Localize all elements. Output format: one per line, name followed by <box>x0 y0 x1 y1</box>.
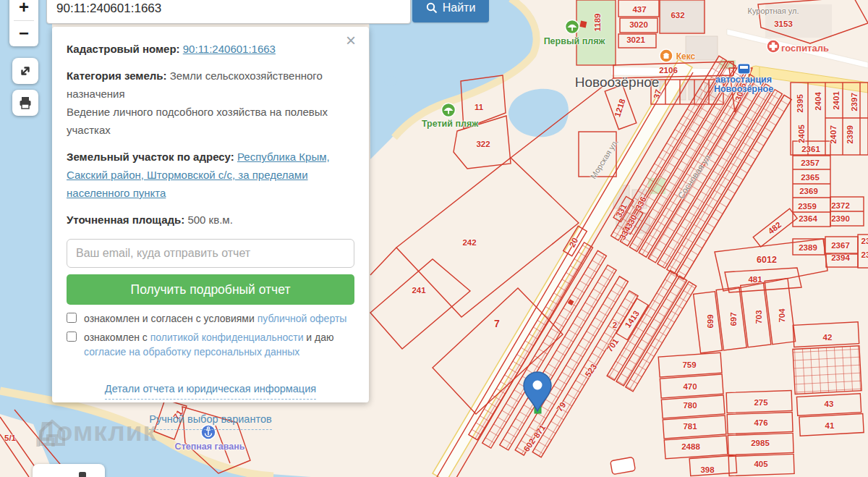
email-input[interactable] <box>67 239 354 268</box>
bus-station-icon <box>738 64 750 74</box>
offer-checkbox-row: ознакомлен и согласен с условиями публич… <box>67 311 354 326</box>
privacy-policy-link[interactable]: политикой конфиденциальности <box>150 332 304 343</box>
search-icon <box>426 2 438 14</box>
control-glyph <box>79 472 86 477</box>
offer-link[interactable]: публичной оферты <box>258 313 347 324</box>
beach-icon-tretiy <box>442 104 456 117</box>
search-button-label: Найти <box>443 1 476 14</box>
personal-data-link[interactable]: согласие на обработку персональных данны… <box>84 346 299 358</box>
category-note: Ведение личного подсобного хозяйства на … <box>67 103 354 139</box>
privacy-checkbox[interactable] <box>67 332 77 342</box>
parcel-info-popup: × Кадастровый номер: 90:11:240601:1663 К… <box>52 27 369 402</box>
cadastral-number-row: Кадастровый номер: 90:11:240601:1663 <box>67 40 354 58</box>
bottom-left-control[interactable] <box>33 464 105 477</box>
area-row: Уточненная площадь: 500 кв.м. <box>67 211 354 229</box>
area-label: Уточненная площадь: <box>67 214 184 226</box>
beach-icon-perviy <box>566 20 579 34</box>
footer-links: Детали отчета и юридическая информация Р… <box>67 379 354 430</box>
cadastral-number-link[interactable]: 90:11:240601:1663 <box>183 43 276 55</box>
address-label: Земельный участок по адресу: <box>67 151 234 163</box>
cadastral-label: Кадастровый номер: <box>67 43 180 55</box>
zoom-out-button[interactable]: − <box>9 21 38 47</box>
hospital-icon <box>767 40 780 53</box>
cafe-icon-keks <box>660 49 673 62</box>
search-button[interactable]: Найти <box>412 0 489 22</box>
fullscreen-button[interactable] <box>12 58 38 84</box>
get-report-button[interactable]: Получить подробный отчет <box>67 274 354 305</box>
fullscreen-icon <box>17 63 33 79</box>
close-icon[interactable]: × <box>341 31 360 50</box>
address-row: Земельный участок по адресу: Республика … <box>67 148 354 202</box>
print-button[interactable] <box>12 90 38 116</box>
category-label: Категория земель: <box>67 69 166 82</box>
manual-selection-link[interactable]: Ручной выбор вариантов <box>149 410 271 430</box>
cadastral-map-app: 4376323020302111892106373036315312181132… <box>0 0 868 477</box>
print-icon <box>18 96 33 110</box>
privacy-text-1: ознакомлен с <box>84 332 148 343</box>
privacy-text-2: и даю <box>306 332 333 343</box>
category-row: Категория земель: Земли сельскохозяйстве… <box>67 67 354 139</box>
search-input[interactable] <box>46 0 411 24</box>
offer-text: ознакомлен и согласен с условиями <box>84 313 255 324</box>
zoom-in-button[interactable]: + <box>9 0 38 20</box>
area-value: 500 кв.м. <box>187 214 232 226</box>
privacy-checkbox-row: ознакомлен с политикой конфиденциальност… <box>67 330 354 359</box>
zoom-control: + − <box>9 0 38 46</box>
report-details-link[interactable]: Детали отчета и юридическая информация <box>105 380 316 400</box>
offer-checkbox[interactable] <box>67 313 77 323</box>
